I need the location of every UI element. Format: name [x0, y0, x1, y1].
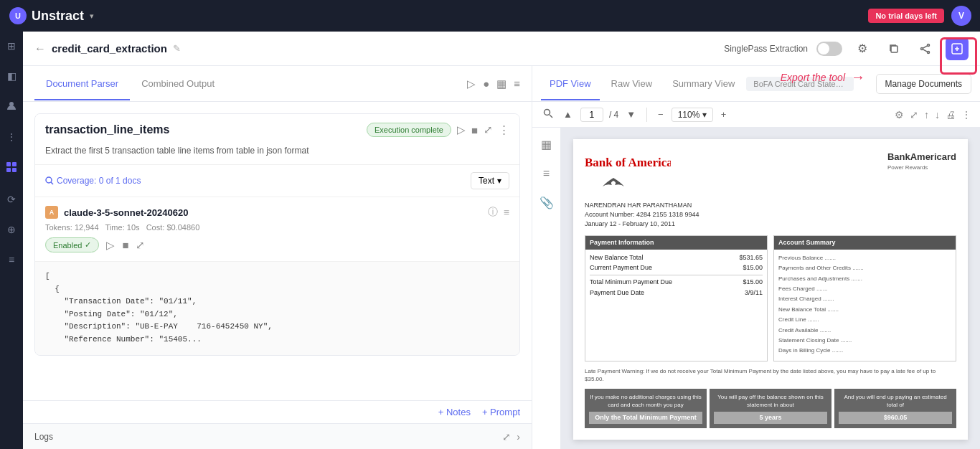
svg-point-8 — [928, 44, 930, 46]
promo-col-3: And you will end up paying an estimated … — [834, 389, 956, 428]
settings-button[interactable]: ⚙ — [851, 37, 874, 60]
page-title: credit_card_extraction — [52, 42, 167, 55]
payment-row-2: Total Minimum Payment Due $15.00 — [590, 278, 763, 287]
pdf-toolbar: ▲ / 4 ▼ − 110% ▾ + ⚙ ⤢ ↑ ↓ — [532, 102, 980, 128]
svg-point-9 — [928, 51, 930, 53]
pdf-annotation-icon[interactable]: 📎 — [537, 193, 557, 212]
model-actions: Enabled ✓ ▷ ■ ⤢ — [45, 237, 509, 252]
tab-summary-view[interactable]: Summary View — [664, 68, 743, 100]
export-arrow-icon: → — [851, 69, 865, 85]
breadcrumb-right: SinglePass Extraction ⚙ — [724, 37, 969, 60]
sidebar-item-users[interactable] — [4, 98, 19, 115]
svg-rect-4 — [12, 162, 17, 166]
sidebar-item-grid[interactable]: ⊞ — [4, 37, 19, 55]
logs-expand-icon[interactable]: ⤢ — [502, 431, 511, 443]
card-brand: BankAmericard — [887, 151, 956, 164]
model-stop-icon[interactable]: ■ — [122, 239, 128, 251]
left-tabs-list: Document Parser Combined Output — [34, 68, 226, 100]
model-play-icon[interactable]: ▷ — [106, 239, 115, 252]
navbar-chevron-icon[interactable]: ▾ — [90, 11, 94, 21]
trial-badge[interactable]: No trial days left — [868, 9, 944, 23]
play-icon[interactable]: ▷ — [467, 77, 476, 90]
type-select[interactable]: Text ▾ — [471, 172, 509, 189]
model-list-icon[interactable]: ≡ — [504, 207, 509, 218]
pdf-search-icon[interactable] — [541, 106, 555, 123]
extractor-stop-icon[interactable]: ■ — [471, 124, 478, 136]
left-panel: Document Parser Combined Output ▷ ● ▦ ≡ — [23, 66, 532, 449]
page-input[interactable] — [580, 108, 603, 122]
promo-val-2: 5 years — [714, 412, 827, 424]
extractor-more-icon[interactable]: ⋮ — [499, 123, 509, 136]
pdf-settings-icon[interactable]: ⚙ — [895, 109, 904, 120]
zoom-value[interactable]: 110% ▾ — [672, 108, 713, 122]
sidebar-item-extract[interactable] — [3, 159, 20, 178]
enabled-badge: Enabled ✓ — [45, 237, 99, 252]
model-icons: ⓘ ≡ — [488, 206, 509, 219]
bank-header: Bank of America BankAmericard P — [585, 151, 956, 194]
sidebar-item-dots[interactable]: ⋮ — [4, 128, 19, 146]
zoom-out-icon[interactable]: − — [656, 107, 666, 122]
pdf-upload-icon[interactable]: ↑ — [924, 109, 929, 120]
account-summary-rows: Previous Balance ....... Payments and Ot… — [778, 253, 951, 356]
left-panel-tabs: Document Parser Combined Output ▷ ● ▦ ≡ — [23, 66, 532, 102]
edit-title-icon[interactable]: ✎ — [173, 43, 181, 54]
right-panel: PDF View Raw View Summary View BoFA Cred… — [532, 66, 980, 449]
payment-row-0: New Balance Total $531.65 — [590, 253, 763, 263]
execution-status-badge: Execution complete — [367, 123, 451, 137]
logo-icon: U — [9, 6, 27, 25]
coverage-row: Coverage: 0 of 1 docs Text ▾ — [35, 165, 519, 197]
logs-close-icon[interactable]: › — [517, 431, 520, 443]
prompt-button[interactable]: + Prompt — [482, 407, 520, 417]
pdf-more-icon[interactable]: ⋮ — [961, 109, 971, 120]
logo-text: Unstract — [32, 9, 84, 24]
extractor-header: transaction_line_items Execution complet… — [35, 114, 519, 146]
zoom-in-icon[interactable]: + — [719, 107, 729, 122]
pdf-fit-icon[interactable]: ⤢ — [910, 109, 918, 120]
svg-line-11 — [923, 45, 928, 47]
card-sub: Power Rewards — [887, 164, 956, 171]
separator — [646, 108, 647, 122]
back-button[interactable]: ← — [34, 42, 46, 55]
payment-row-3: Payment Due Date 3/9/11 — [590, 288, 763, 298]
tab-pdf-view[interactable]: PDF View — [541, 68, 600, 100]
tab-combined-output[interactable]: Combined Output — [130, 68, 226, 100]
extractor-expand-icon[interactable]: ⤢ — [484, 123, 493, 136]
pdf-outline-icon[interactable]: ≡ — [540, 164, 552, 183]
tab-document-parser[interactable]: Document Parser — [34, 68, 130, 100]
pdf-download-icon[interactable]: ↓ — [935, 109, 940, 120]
tab-raw-view[interactable]: Raw View — [603, 68, 661, 100]
notes-button[interactable]: + Notes — [438, 407, 471, 417]
app-logo: U Unstract — [9, 6, 84, 25]
list-icon[interactable]: ≡ — [514, 77, 520, 90]
pdf-print-icon[interactable]: 🖨 — [946, 109, 956, 120]
sidebar-item-log[interactable]: ≡ — [6, 251, 17, 268]
pdf-up-icon[interactable]: ▲ — [561, 107, 575, 122]
pdf-thumbnail-icon[interactable]: ▦ — [538, 135, 555, 154]
record-icon[interactable]: ● — [483, 77, 489, 90]
svg-line-12 — [923, 49, 928, 51]
logs-label: Logs — [34, 432, 53, 442]
export-button[interactable] — [946, 37, 969, 60]
model-info-icon[interactable]: ⓘ — [488, 206, 498, 219]
manage-documents-button[interactable]: Manage Documents — [876, 74, 971, 94]
share-button[interactable] — [914, 37, 937, 60]
model-expand-icon[interactable]: ⤢ — [136, 239, 145, 252]
bank-logo-eagle — [585, 176, 642, 191]
svg-point-14 — [46, 177, 52, 183]
divider — [590, 275, 763, 275]
sidebar-item-layers[interactable]: ◧ — [4, 67, 19, 85]
avatar[interactable]: V — [951, 6, 971, 26]
single-pass-toggle[interactable] — [816, 42, 842, 56]
copy-button[interactable] — [882, 37, 905, 60]
export-annotation-text: Export the tool — [781, 72, 845, 83]
extractor-play-icon[interactable]: ▷ — [457, 123, 466, 136]
breadcrumb-bar: ← credit_card_extraction ✎ SinglePass Ex… — [23, 32, 980, 66]
account-number: Account Number: 4284 2155 1318 9944 — [585, 210, 956, 219]
pdf-down-icon[interactable]: ▼ — [624, 107, 638, 122]
sidebar-item-transform[interactable]: ⟳ — [4, 191, 19, 208]
table-icon[interactable]: ▦ — [496, 77, 507, 90]
bottom-bar: + Notes + Prompt — [23, 400, 532, 423]
sidebar-item-connect[interactable]: ⊕ — [4, 221, 19, 238]
sidebar: ⊞ ◧ ⋮ ⟳ ⊕ ≡ — [0, 32, 23, 449]
logs-icons: ⤢ › — [502, 431, 520, 443]
